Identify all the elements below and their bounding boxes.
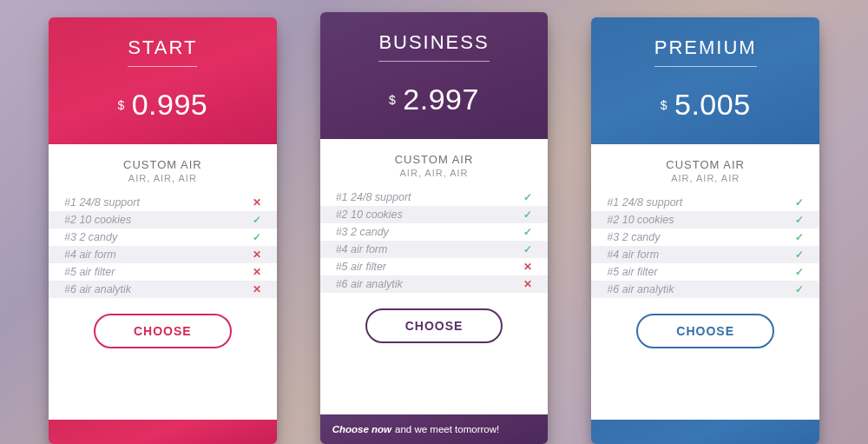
feature-row: #3 2 candy✓ (320, 223, 549, 241)
cross-icon: ✕ (523, 261, 532, 273)
pricing-card-premium: PREMIUM $ 5.005 CUSTOM AIR AIR, AIR, AIR… (591, 17, 819, 444)
feature-row: #2 10 cookies✓ (49, 211, 277, 229)
card-body: CUSTOM AIR AIR, AIR, AIR #1 24/8 support… (49, 144, 277, 420)
feature-row: #4 air form✕ (49, 246, 277, 263)
feature-row: #2 10 cookies✓ (320, 206, 549, 223)
plan-subtitle: CUSTOM AIR (49, 158, 277, 171)
feature-label: #2 10 cookies (64, 214, 131, 226)
card-header: BUSINESS $ 2.997 (320, 12, 549, 139)
check-icon: ✓ (795, 196, 804, 209)
feature-row: #1 24/8 support✕ (49, 194, 277, 211)
feature-row: #1 24/8 support✓ (320, 189, 549, 206)
plan-name: START (128, 36, 197, 67)
feature-row: #4 air form✓ (591, 246, 819, 263)
check-icon: ✓ (523, 243, 532, 255)
price-row: $ 5.005 (600, 88, 811, 122)
check-icon: ✓ (795, 214, 804, 226)
plan-subsubtitle: AIR, AIR, AIR (49, 173, 277, 183)
choose-button[interactable]: CHOOSE (94, 314, 232, 348)
feature-label: #3 2 candy (607, 231, 660, 243)
cross-icon: ✕ (523, 278, 532, 290)
card-body: CUSTOM AIR AIR, AIR, AIR #1 24/8 support… (320, 139, 549, 414)
feature-row: #6 air analytik✕ (49, 281, 277, 298)
feature-list: #1 24/8 support✕ #2 10 cookies✓ #3 2 can… (49, 194, 277, 298)
feature-list: #1 24/8 support✓ #2 10 cookies✓ #3 2 can… (591, 194, 819, 298)
card-footer (591, 420, 819, 444)
currency-symbol: $ (117, 98, 124, 112)
cross-icon: ✕ (253, 283, 261, 295)
feature-label: #6 air analytik (607, 283, 674, 295)
choose-button[interactable]: CHOOSE (636, 314, 774, 348)
feature-label: #1 24/8 support (64, 196, 140, 209)
check-icon: ✓ (523, 209, 532, 221)
footer-emphasis: Choose now (332, 424, 391, 434)
feature-row: #5 air filter✕ (320, 258, 549, 275)
check-icon: ✓ (523, 226, 532, 238)
price-value: 5.005 (674, 88, 751, 121)
price-value: 0.995 (132, 88, 208, 121)
feature-label: #5 air filter (64, 266, 115, 278)
feature-label: #2 10 cookies (336, 209, 403, 221)
check-icon: ✓ (523, 191, 532, 203)
plan-name: PREMIUM (654, 36, 757, 67)
feature-label: #4 air form (64, 249, 116, 261)
plan-subsubtitle: AIR, AIR, AIR (591, 173, 819, 183)
card-footer: Choose now and we meet tomorrow! (320, 414, 549, 444)
plan-subtitle: CUSTOM AIR (591, 158, 819, 171)
currency-symbol: $ (389, 93, 396, 107)
feature-row: #5 air filter✓ (591, 263, 819, 281)
feature-label: #1 24/8 support (607, 196, 682, 209)
check-icon: ✓ (253, 214, 261, 226)
plan-name: BUSINESS (378, 31, 489, 62)
feature-label: #5 air filter (607, 266, 657, 278)
feature-row: #3 2 candy✓ (591, 229, 819, 246)
feature-label: #4 air form (607, 249, 659, 261)
card-footer (49, 420, 277, 444)
check-icon: ✓ (253, 231, 261, 243)
check-icon: ✓ (795, 249, 804, 261)
feature-row: #2 10 cookies✓ (591, 211, 819, 229)
feature-label: #1 24/8 support (336, 191, 411, 203)
cross-icon: ✕ (253, 249, 261, 261)
price-row: $ 0.995 (57, 88, 268, 122)
card-header: PREMIUM $ 5.005 (591, 17, 819, 144)
cross-icon: ✕ (253, 196, 261, 209)
footer-text: and we meet tomorrow! (395, 424, 499, 434)
feature-label: #4 air form (336, 243, 388, 255)
check-icon: ✓ (795, 231, 804, 243)
feature-list: #1 24/8 support✓ #2 10 cookies✓ #3 2 can… (320, 189, 549, 293)
price-row: $ 2.997 (329, 83, 540, 116)
feature-label: #3 2 candy (336, 226, 389, 238)
feature-label: #5 air filter (336, 261, 386, 273)
price-value: 2.997 (403, 83, 479, 116)
pricing-card-start: START $ 0.995 CUSTOM AIR AIR, AIR, AIR #… (49, 17, 277, 444)
feature-row: #3 2 candy✓ (49, 229, 277, 246)
feature-label: #2 10 cookies (607, 214, 674, 226)
feature-row: #6 air analytik✕ (320, 275, 549, 293)
feature-row: #6 air analytik✓ (591, 281, 819, 298)
currency-symbol: $ (661, 98, 667, 112)
choose-button[interactable]: CHOOSE (365, 308, 503, 343)
card-header: START $ 0.995 (49, 17, 277, 144)
feature-row: #5 air filter✕ (49, 263, 277, 281)
plan-subtitle: CUSTOM AIR (320, 153, 549, 166)
feature-row: #1 24/8 support✓ (591, 194, 819, 211)
feature-label: #6 air analytik (336, 278, 403, 290)
check-icon: ✓ (795, 266, 804, 278)
check-icon: ✓ (795, 283, 804, 295)
plan-subsubtitle: AIR, AIR, AIR (320, 168, 549, 178)
feature-row: #4 air form✓ (320, 241, 549, 258)
cross-icon: ✕ (253, 266, 261, 278)
feature-label: #6 air analytik (64, 283, 131, 295)
pricing-card-business: BUSINESS $ 2.997 CUSTOM AIR AIR, AIR, AI… (320, 12, 549, 444)
card-body: CUSTOM AIR AIR, AIR, AIR #1 24/8 support… (591, 144, 819, 420)
feature-label: #3 2 candy (64, 231, 117, 243)
